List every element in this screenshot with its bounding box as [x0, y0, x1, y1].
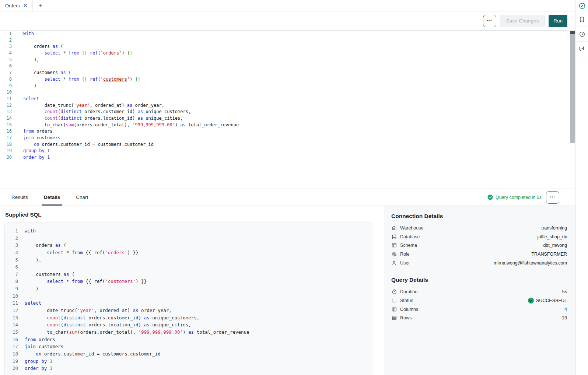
code-line: 20order by 1 — [5, 365, 373, 372]
supplied-sql-code: 1with23 orders as (4 select * from {{ re… — [4, 222, 373, 375]
editor-vertical-scrollbar[interactable] — [570, 31, 575, 186]
code-line: 19group by 1 — [5, 358, 373, 365]
code-line: 17join customers — [5, 343, 373, 350]
columns-icon — [391, 306, 397, 312]
line-number: 13 — [0, 109, 22, 115]
code-line: 12 date_trunc('year', ordered_at) as ord… — [5, 307, 373, 314]
line-number: 14 — [5, 321, 21, 329]
feedback-button[interactable] — [576, 42, 588, 56]
history-button[interactable] — [576, 27, 588, 42]
duration-icon — [391, 289, 397, 295]
detail-row-user: User mirna.wong@fishtownanalytics.com — [391, 259, 567, 267]
code-line: 1with — [0, 31, 575, 37]
details-sidebar: Connection Details Warehouse transformin… — [384, 206, 575, 375]
tab-details[interactable]: Details — [42, 189, 62, 206]
code-line: 6 — [0, 63, 575, 70]
line-number: 15 — [5, 329, 21, 336]
line-number: 6 — [0, 63, 22, 70]
spinner-icon — [391, 298, 397, 304]
tab-results[interactable]: Results — [10, 189, 30, 206]
line-number: 2 — [5, 235, 21, 242]
dbt-ide-window: Orders ✕ + ••• Save Changes Run 1with23 … — [0, 0, 588, 375]
code-line: 3 orders as ( — [0, 43, 575, 50]
database-icon — [391, 234, 397, 240]
scrollbar-thumb[interactable] — [570, 34, 575, 143]
history-icon — [579, 31, 585, 37]
close-tab-icon[interactable]: ✕ — [23, 3, 28, 8]
schema-icon — [391, 242, 397, 248]
code-line: 11select — [0, 96, 575, 102]
detail-value: TRANSFORMER — [531, 252, 567, 257]
line-number: 17 — [5, 343, 21, 350]
connection-details-title: Connection Details — [391, 213, 567, 220]
line-number: 14 — [0, 115, 22, 122]
query-status-text: Query completed in 5s — [496, 195, 542, 200]
code-line: 11select — [5, 299, 373, 307]
code-line: 7 customers as ( — [0, 70, 575, 76]
code-line: 8 select * from {{ ref('customers') }} — [0, 76, 575, 83]
line-number: 17 — [0, 135, 22, 141]
line-number: 1 — [5, 227, 21, 235]
line-number: 3 — [0, 43, 22, 50]
line-number: 1 — [0, 31, 22, 37]
copilot-button[interactable] — [576, 0, 588, 12]
line-number: 20 — [5, 365, 21, 372]
bookmark-button[interactable] — [576, 12, 588, 27]
line-number: 20 — [0, 154, 22, 161]
detail-label: User — [400, 260, 410, 266]
line-number: 9 — [5, 285, 21, 292]
detail-value: 4 — [564, 307, 567, 312]
code-line: 10 — [5, 292, 373, 300]
line-number: 10 — [5, 292, 21, 300]
code-line: 15 to_char(sum(orders.order_total), '999… — [5, 329, 373, 336]
results-tab-row: Results Details Chart Query completed in… — [0, 189, 575, 206]
status-successful-value: SUCCESSFUL — [528, 298, 567, 304]
line-number: 2 — [0, 37, 22, 44]
line-number: 8 — [0, 76, 22, 83]
ellipsis-icon: ••• — [550, 196, 555, 199]
line-number: 15 — [0, 122, 22, 129]
code-line: 16from orders — [0, 128, 575, 135]
line-number: 8 — [5, 278, 21, 285]
line-number: 6 — [5, 263, 21, 271]
results-tabs: Results Details Chart — [10, 189, 90, 206]
right-icon-rail — [575, 0, 588, 375]
code-line: 2 — [0, 37, 575, 44]
detail-row-duration: Duration 5s — [391, 287, 567, 296]
new-tab-button[interactable]: + — [33, 0, 48, 11]
supplied-sql-pane: Supplied SQL 1with23 orders as (4 select… — [0, 206, 384, 375]
line-number: 10 — [0, 89, 22, 96]
detail-row-status: Status SUCCESSFUL — [391, 296, 567, 305]
line-number: 12 — [0, 102, 22, 109]
line-number: 11 — [0, 96, 22, 102]
line-number: 5 — [5, 256, 21, 264]
code-line: 2 — [5, 235, 373, 242]
results-panel: Results Details Chart Query completed in… — [0, 189, 575, 375]
save-changes-button[interactable]: Save Changes — [500, 15, 545, 27]
query-details-title: Query Details — [391, 277, 567, 283]
results-more-options-button[interactable]: ••• — [546, 191, 559, 204]
code-line: 13 count(distinct orders.customer_id) as… — [5, 314, 373, 322]
editor-more-options-button[interactable]: ••• — [483, 15, 496, 27]
check-circle-icon — [487, 194, 493, 200]
results-header-right: Query completed in 5s ••• — [487, 189, 559, 206]
editor-toolbar: ••• Save Changes Run — [0, 11, 575, 31]
code-line: 3 orders as ( — [5, 242, 373, 249]
code-line: 20order by 1 — [0, 154, 575, 161]
detail-row-rows: Rows 13 — [391, 314, 567, 323]
sql-editor-code[interactable]: 1with23 orders as (4 select * from {{ re… — [0, 31, 575, 161]
line-number: 5 — [0, 57, 22, 63]
detail-row-columns: Columns 4 — [391, 305, 567, 314]
detail-row-schema: Schema dbt_mwong — [391, 241, 567, 250]
code-line: 5 ), — [0, 57, 575, 63]
detail-label: Database — [400, 234, 420, 239]
code-line: 9 ) — [0, 83, 575, 90]
tab-orders[interactable]: Orders ✕ — [0, 0, 33, 11]
run-button[interactable]: Run — [549, 15, 567, 27]
sql-editor[interactable]: 1with23 orders as (4 select * from {{ re… — [0, 31, 575, 189]
code-line: 6 — [5, 263, 373, 271]
code-line: 4 select * from {{ ref('orders') }} — [5, 249, 373, 256]
code-line: 9 ) — [5, 285, 373, 292]
line-number: 16 — [5, 336, 21, 343]
tab-chart[interactable]: Chart — [74, 189, 90, 206]
